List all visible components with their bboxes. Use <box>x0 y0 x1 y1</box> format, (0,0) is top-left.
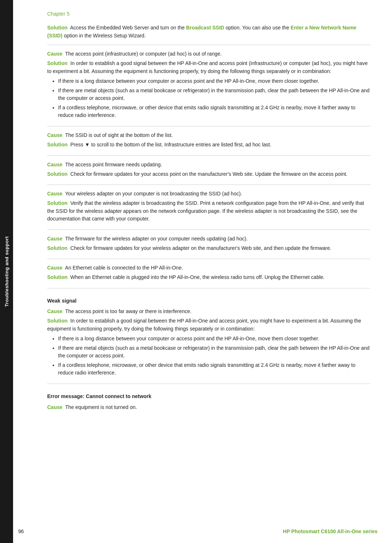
cause-adapter-firmware: Cause The firmware for the wireless adap… <box>47 235 370 243</box>
solution-out-of-range: Solution In order to establish a good si… <box>47 60 370 75</box>
cause-cannot-connect: Cause The equipment is not turned on. <box>47 404 370 412</box>
cause-weak-signal: Cause The access point is too far away o… <box>47 308 370 316</box>
list-item: If a cordless telephone, microwave, or o… <box>58 104 370 119</box>
solution-adapter-firmware: Solution Check for firmware updates for … <box>47 244 370 252</box>
section-adapter-firmware: Cause The firmware for the wireless adap… <box>47 235 370 259</box>
list-item: If there is a long distance between your… <box>58 335 370 343</box>
section-firmware-update: Cause The access point firmware needs up… <box>47 161 370 185</box>
cause-out-of-range: Cause The access point (infrastructure) … <box>47 50 370 58</box>
weak-signal-heading: Weak signal <box>47 297 370 305</box>
section-ssid-bottom: Cause The SSID is out of sight at the bo… <box>47 131 370 155</box>
footer-product-name: HP Photosmart C6100 All-in-One series <box>283 528 377 534</box>
footer-page-number: 96 <box>18 528 24 534</box>
cause-ethernet: Cause An Ethernet cable is connected to … <box>47 264 370 272</box>
cannot-connect-heading: Error message: Cannot connect to network <box>47 393 370 401</box>
out-of-range-bullets: If there is a long distance between your… <box>58 77 370 119</box>
broadcast-ssid-highlight: Broadcast SSID <box>186 25 224 31</box>
chapter-label: Chapter 5 <box>47 11 69 17</box>
list-item: If there are metal objects (such as a me… <box>58 87 370 102</box>
sidebar-label: Troubleshooting and support <box>4 236 9 307</box>
section-ethernet-cable: Cause An Ethernet cable is connected to … <box>47 264 370 288</box>
section-wireless-adapter: Cause Your wireless adapter on your comp… <box>47 190 370 230</box>
solution-label-1: Solution <box>47 25 68 31</box>
cause-wireless-adapter: Cause Your wireless adapter on your comp… <box>47 190 370 198</box>
list-item: If a cordless telephone, microwave, or o… <box>58 361 370 377</box>
section-weak-signal: Weak signal Cause The access point is to… <box>47 297 370 384</box>
section-broadcast-ssid: Solution Access the Embedded Web Server … <box>47 24 370 45</box>
list-item: If there is a long distance between your… <box>58 77 370 85</box>
chapter-header: Chapter 5 <box>47 11 370 17</box>
broadcast-ssid-text: Solution Access the Embedded Web Server … <box>47 24 370 40</box>
sidebar: Troubleshooting and support <box>0 0 13 543</box>
solution-wireless-adapter: Solution Verify that the wireless adapte… <box>47 199 370 223</box>
solution-ethernet: Solution When an Ethernet cable is plugg… <box>47 273 370 281</box>
solution-firmware: Solution Check for firmware updates for … <box>47 170 370 178</box>
cause-firmware: Cause The access point firmware needs up… <box>47 161 370 169</box>
main-content: Chapter 5 Solution Access the Embedded W… <box>18 0 392 433</box>
section-out-of-range: Cause The access point (infrastructure) … <box>47 50 370 126</box>
solution-weak-signal: Solution In order to establish a good si… <box>47 317 370 333</box>
section-cannot-connect: Error message: Cannot connect to network… <box>47 393 370 418</box>
footer: 96 HP Photosmart C6100 All-in-One series <box>18 528 377 534</box>
cause-ssid-bottom: Cause The SSID is out of sight at the bo… <box>47 131 370 139</box>
list-item: If there are metal objects (such as a me… <box>58 344 370 360</box>
solution-ssid-bottom: Solution Press ▼ to scroll to the bottom… <box>47 141 370 149</box>
weak-signal-bullets: If there is a long distance between your… <box>58 335 370 377</box>
